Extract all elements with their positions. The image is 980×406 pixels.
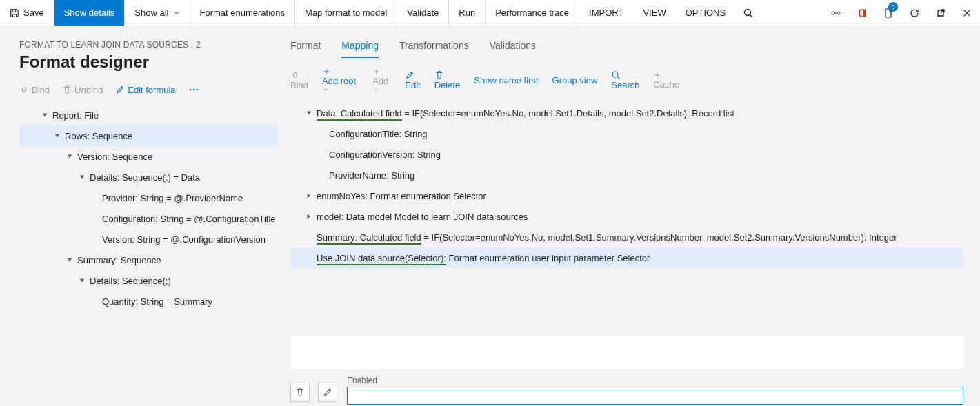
map-format-to-model-button[interactable]: Map format to model: [295, 0, 397, 26]
caret-right-icon[interactable]: [304, 191, 314, 201]
group-view-button[interactable]: Group view: [552, 75, 598, 85]
trash-icon: [62, 85, 72, 94]
tree-row-provider-name[interactable]: ProviderName: String: [290, 165, 963, 185]
tree-row-details[interactable]: Details: Sequence(;) = Data: [19, 167, 278, 187]
caret-down-icon[interactable]: [77, 276, 87, 285]
caret-down-icon[interactable]: [304, 108, 314, 118]
options-label: OPTIONS: [686, 8, 726, 18]
edit-property-button[interactable]: [318, 383, 337, 402]
dots-icon: [188, 84, 199, 95]
close-button[interactable]: [954, 0, 980, 26]
tree-row-data[interactable]: Data: Calculated field = IF(Selector=enu…: [290, 103, 963, 123]
trash-icon: [434, 70, 461, 80]
popout-button[interactable]: [928, 0, 954, 26]
notification-badge: 0: [888, 2, 898, 12]
chevron-down-icon: [372, 86, 391, 93]
refresh-button[interactable]: [901, 0, 928, 26]
run-label: Run: [459, 8, 475, 18]
import-menu[interactable]: IMPORT: [579, 0, 633, 26]
caret-down-icon[interactable]: [77, 172, 87, 182]
format-enumerations-button[interactable]: Format enumerations: [190, 0, 296, 26]
caret-down-icon[interactable]: [65, 152, 74, 161]
add-root-button[interactable]: Add root: [322, 68, 359, 93]
caret-spacer: [90, 234, 99, 244]
tree-label: ProviderName: String: [329, 170, 414, 181]
tree-row-provider[interactable]: Provider: String = @.ProviderName: [19, 187, 278, 208]
notifications-button[interactable]: 0: [875, 0, 901, 26]
caret-down-icon[interactable]: [52, 131, 62, 141]
tree-row-use-join[interactable]: Use JOIN data source(Selector): Format e…: [290, 247, 963, 268]
refresh-icon: [909, 8, 920, 19]
show-all-button[interactable]: Show all: [125, 0, 190, 26]
tab-validations[interactable]: Validations: [490, 40, 536, 58]
save-label: Save: [23, 8, 44, 18]
show-details-button[interactable]: Show details: [54, 0, 126, 26]
enabled-input[interactable]: [347, 387, 963, 405]
tree-label: Version: String = @.ConfigurationVersion: [102, 234, 266, 245]
tree-row-enum-noyes[interactable]: enumNoYes: Format enumeration Selector: [290, 185, 963, 206]
tree-row-quantity[interactable]: Quantity: String = Summary: [19, 291, 278, 312]
add-button[interactable]: Add: [372, 68, 391, 93]
edit-formula-button[interactable]: Edit formula: [115, 85, 175, 95]
right-panel: Format Mapping Transformations Validatio…: [286, 26, 980, 406]
bind-button[interactable]: Bind: [290, 70, 308, 90]
connection-button[interactable]: [823, 0, 849, 26]
tree-row-version[interactable]: Version: Sequence: [19, 146, 278, 167]
tree-label: model: Data model Model to learn JOIN da…: [317, 212, 528, 222]
save-button[interactable]: Save: [0, 0, 54, 26]
tree-label: ConfigurationTitle: String: [329, 129, 428, 139]
performance-trace-button[interactable]: Performance trace: [486, 0, 579, 26]
formula-box[interactable]: [290, 336, 963, 369]
chevron-down-icon: [173, 10, 180, 17]
tab-mapping[interactable]: Mapping: [341, 40, 379, 58]
tree-row-summary[interactable]: Summary: Calculated field = IF(Selector=…: [290, 227, 963, 247]
validate-button[interactable]: Validate: [397, 0, 449, 26]
search-button[interactable]: [735, 0, 761, 26]
unbind-button[interactable]: Unbind: [62, 85, 103, 95]
caret-spacer: [90, 193, 99, 203]
caret-spacer: [90, 296, 99, 306]
pencil-icon: [115, 85, 125, 94]
show-name-first-button[interactable]: Show name first: [474, 75, 538, 85]
tab-transformations[interactable]: Transformations: [399, 40, 469, 58]
tree-row-summary[interactable]: Summary: Sequence: [19, 250, 278, 270]
command-bar: Save Show details Show all Format enumer…: [0, 0, 980, 26]
delete-button[interactable]: Delete: [434, 70, 461, 90]
more-button[interactable]: [188, 84, 199, 95]
tree-label: Summary: Calculated field = IF(Selector=…: [317, 232, 897, 243]
caret-right-icon[interactable]: [304, 212, 314, 221]
tree-label: enumNoYes: Format enumeration Selector: [317, 191, 486, 201]
left-panel: FORMAT TO LEARN JOIN DATA SOURCES : 2 Fo…: [0, 26, 286, 406]
tree-row-versionstr[interactable]: Version: String = @.ConfigurationVersion: [19, 229, 278, 250]
edit-button[interactable]: Edit: [405, 70, 420, 90]
tree-row-model[interactable]: model: Data model Model to learn JOIN da…: [290, 206, 963, 227]
caret-down-icon[interactable]: [40, 110, 50, 120]
plus-icon: [372, 68, 391, 76]
delete-property-button[interactable]: [290, 383, 310, 402]
right-toolbar: Bind Add root Add Edit Delete Show name …: [290, 68, 963, 93]
save-icon: [10, 8, 19, 18]
pencil-icon: [405, 70, 420, 80]
validate-label: Validate: [407, 8, 439, 18]
map-format-label: Map format to model: [305, 8, 387, 18]
bind-button[interactable]: Bind: [19, 85, 50, 95]
tree-row-cfg-version[interactable]: ConfigurationVersion: String: [290, 144, 963, 165]
office-button[interactable]: [849, 0, 875, 26]
cache-button[interactable]: Cache: [653, 71, 679, 90]
tree-row-details2[interactable]: Details: Sequence(;): [19, 270, 278, 291]
tree-row-report[interactable]: Report: File: [19, 105, 278, 125]
run-button[interactable]: Run: [449, 0, 486, 26]
view-menu[interactable]: VIEW: [633, 0, 675, 26]
tree-row-cfg-title[interactable]: ConfigurationTitle: String: [290, 123, 963, 144]
tree-row-rows[interactable]: Rows: Sequence: [19, 125, 278, 146]
search-button[interactable]: Search: [611, 70, 639, 90]
close-icon: [962, 8, 972, 18]
options-menu[interactable]: OPTIONS: [676, 0, 736, 26]
tab-format[interactable]: Format: [290, 40, 321, 58]
plus-icon: [653, 71, 679, 79]
tree-label: Rows: Sequence: [65, 131, 132, 141]
format-tree: Report: File Rows: Sequence Version: Seq…: [19, 105, 278, 312]
tree-row-configuration[interactable]: Configuration: String = @.ConfigurationT…: [19, 208, 278, 229]
caret-down-icon[interactable]: [65, 255, 74, 265]
show-details-label: Show details: [64, 8, 115, 18]
